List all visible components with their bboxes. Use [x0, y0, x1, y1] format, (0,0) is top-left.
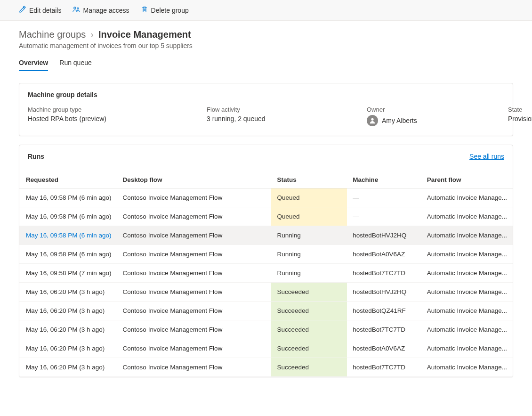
run-flow: Contoso Invoice Management Flow [117, 283, 272, 302]
table-row[interactable]: May 16, 06:20 PM (3 h ago)Contoso Invoic… [19, 358, 513, 377]
table-row[interactable]: May 16, 06:20 PM (3 h ago)Contoso Invoic… [19, 283, 513, 302]
runs-card: Runs See all runs Requested Desktop flow… [19, 145, 513, 377]
avatar-icon [367, 115, 378, 126]
trash-icon [141, 6, 148, 15]
runs-title: Runs [28, 153, 44, 160]
run-machine: — [347, 188, 421, 207]
delete-group-button[interactable]: Delete group [141, 6, 189, 15]
run-parent: Automatic Invoice Manage... [421, 302, 513, 320]
run-requested: May 16, 09:58 PM (6 min ago) [19, 226, 117, 245]
toolbar: Edit details Manage access Delete group [0, 0, 532, 21]
tab-overview[interactable]: Overview [19, 59, 48, 71]
run-status: Queued [271, 188, 347, 207]
svg-point-0 [74, 7, 76, 9]
table-row[interactable]: May 16, 09:58 PM (6 min ago)Contoso Invo… [19, 207, 513, 226]
table-row[interactable]: May 16, 09:58 PM (7 min ago)Contoso Invo… [19, 264, 513, 283]
state-value: Provisioned [508, 115, 532, 122]
run-requested: May 16, 09:58 PM (6 min ago) [19, 245, 117, 264]
run-parent: Automatic Invoice Manage... [421, 283, 513, 302]
run-flow: Contoso Invoice Management Flow [117, 320, 272, 339]
delete-group-label: Delete group [151, 7, 189, 14]
type-label: Machine group type [28, 106, 188, 113]
run-status: Running [271, 226, 347, 245]
col-parent-flow[interactable]: Parent flow [421, 171, 513, 188]
run-requested: May 16, 06:20 PM (3 h ago) [19, 283, 117, 302]
table-row[interactable]: May 16, 09:58 PM (6 min ago)Contoso Invo… [19, 226, 513, 245]
run-parent: Automatic Invoice Manage... [421, 207, 513, 226]
activity-value: 3 running, 2 queued [207, 115, 348, 122]
run-machine: hostedBot7TC7TD [347, 264, 421, 283]
run-parent: Automatic Invoice Manage... [421, 339, 513, 358]
breadcrumb: Machine groups › Invoice Management [19, 29, 513, 40]
chevron-right-icon: › [90, 29, 94, 40]
svg-point-2 [371, 118, 373, 121]
run-status: Succeeded [271, 283, 347, 302]
run-status: Succeeded [271, 320, 347, 339]
table-row[interactable]: May 16, 09:58 PM (6 min ago)Contoso Invo… [19, 245, 513, 264]
svg-point-1 [77, 8, 79, 9]
pencil-icon [19, 6, 26, 15]
state-label: State [508, 106, 532, 113]
run-flow: Contoso Invoice Management Flow [117, 245, 272, 264]
run-machine: hostedBotA0V6AZ [347, 245, 421, 264]
run-machine: hostedBot7TC7TD [347, 320, 421, 339]
table-row[interactable]: May 16, 06:20 PM (3 h ago)Contoso Invoic… [19, 320, 513, 339]
run-machine: hostedBotHVJ2HQ [347, 226, 421, 245]
breadcrumb-current: Invoice Management [98, 29, 191, 40]
col-requested[interactable]: Requested [19, 171, 117, 188]
run-status: Running [271, 264, 347, 283]
run-machine: hostedBotQZ41RF [347, 302, 421, 320]
tab-run-queue[interactable]: Run queue [59, 59, 92, 71]
run-requested: May 16, 09:58 PM (6 min ago) [19, 188, 117, 207]
run-parent: Automatic Invoice Manage... [421, 188, 513, 207]
page-subtitle: Automatic management of invoices from ou… [19, 42, 513, 49]
edit-details-button[interactable]: Edit details [19, 6, 61, 15]
run-status: Succeeded [271, 302, 347, 320]
runs-table: Requested Desktop flow Status Machine Pa… [19, 171, 513, 377]
run-requested: May 16, 06:20 PM (3 h ago) [19, 358, 117, 377]
run-status: Succeeded [271, 358, 347, 377]
run-parent: Automatic Invoice Manage... [421, 358, 513, 377]
run-status: Queued [271, 207, 347, 226]
run-requested: May 16, 09:58 PM (7 min ago) [19, 264, 117, 283]
details-title: Machine group details [19, 83, 513, 106]
edit-details-label: Edit details [29, 7, 61, 14]
type-value: Hosted RPA bots (preview) [28, 115, 188, 122]
breadcrumb-root[interactable]: Machine groups [19, 29, 86, 40]
manage-access-button[interactable]: Manage access [73, 6, 129, 15]
run-flow: Contoso Invoice Management Flow [117, 358, 272, 377]
run-machine: hostedBotHVJ2HQ [347, 283, 421, 302]
run-machine: hostedBot7TC7TD [347, 358, 421, 377]
manage-access-label: Manage access [83, 7, 129, 14]
owner-value: Amy Alberts [382, 117, 417, 124]
table-row[interactable]: May 16, 09:58 PM (6 min ago)Contoso Invo… [19, 188, 513, 207]
run-flow: Contoso Invoice Management Flow [117, 188, 272, 207]
run-parent: Automatic Invoice Manage... [421, 226, 513, 245]
run-requested: May 16, 06:20 PM (3 h ago) [19, 302, 117, 320]
see-all-runs-link[interactable]: See all runs [469, 153, 504, 160]
col-desktop-flow[interactable]: Desktop flow [117, 171, 272, 188]
run-flow: Contoso Invoice Management Flow [117, 339, 272, 358]
tabs: Overview Run queue [19, 59, 513, 72]
col-status[interactable]: Status [271, 171, 347, 188]
run-parent: Automatic Invoice Manage... [421, 320, 513, 339]
col-machine[interactable]: Machine [347, 171, 421, 188]
details-card: Machine group details Machine group type… [19, 83, 513, 136]
run-flow: Contoso Invoice Management Flow [117, 264, 272, 283]
people-icon [73, 6, 80, 15]
activity-label: Flow activity [207, 106, 348, 113]
run-machine: hostedBotA0V6AZ [347, 339, 421, 358]
run-requested: May 16, 09:58 PM (6 min ago) [19, 207, 117, 226]
run-parent: Automatic Invoice Manage... [421, 245, 513, 264]
run-parent: Automatic Invoice Manage... [421, 264, 513, 283]
run-flow: Contoso Invoice Management Flow [117, 207, 272, 226]
run-status: Succeeded [271, 339, 347, 358]
owner-label: Owner [367, 106, 489, 113]
run-requested: May 16, 06:20 PM (3 h ago) [19, 339, 117, 358]
table-row[interactable]: May 16, 06:20 PM (3 h ago)Contoso Invoic… [19, 339, 513, 358]
table-row[interactable]: May 16, 06:20 PM (3 h ago)Contoso Invoic… [19, 302, 513, 320]
run-flow: Contoso Invoice Management Flow [117, 302, 272, 320]
run-requested: May 16, 06:20 PM (3 h ago) [19, 320, 117, 339]
run-status: Running [271, 245, 347, 264]
run-machine: — [347, 207, 421, 226]
